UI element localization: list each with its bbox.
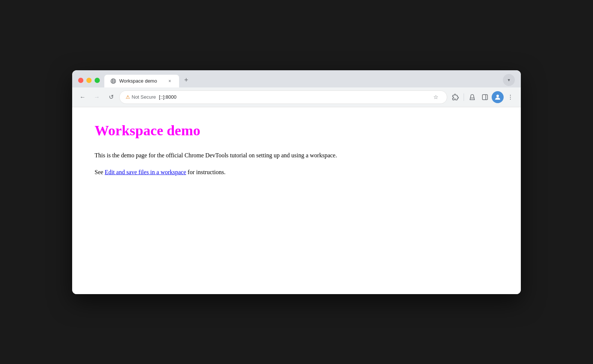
reload-button[interactable]: ↺ (105, 91, 117, 103)
address-bar-icons: ☆ (430, 92, 441, 102)
svg-point-8 (510, 95, 511, 95)
workspace-link[interactable]: Edit and save files in a workspace (105, 169, 186, 175)
not-secure-badge: ⚠ Not Secure (126, 94, 156, 100)
page-content: Workspace demo This is the demo page for… (72, 107, 521, 294)
globe-icon (110, 78, 116, 84)
back-button[interactable]: ← (77, 91, 89, 103)
traffic-light-close[interactable] (78, 78, 83, 83)
title-bar: Workspace demo × + ▾ (72, 70, 521, 87)
extensions-button[interactable] (449, 91, 461, 103)
chevron-down-icon: ▾ (508, 77, 510, 83)
tab-close-button[interactable]: × (166, 78, 173, 84)
sidebar-icon (482, 94, 488, 101)
tab-dropdown-button[interactable]: ▾ (503, 74, 515, 86)
page-heading: Workspace demo (95, 122, 498, 139)
traffic-lights (77, 78, 104, 87)
browser-window: Workspace demo × + ▾ ← → ↺ ⚠ Not Secure … (72, 70, 521, 294)
active-tab[interactable]: Workspace demo × (104, 75, 179, 87)
tabs-area: Workspace demo × + ▾ (104, 74, 516, 87)
traffic-light-minimize[interactable] (86, 78, 92, 83)
paragraph-2-suffix: for instructions. (186, 169, 225, 175)
traffic-light-maximize[interactable] (95, 78, 100, 83)
nav-right-icons (449, 91, 516, 103)
svg-rect-5 (482, 95, 488, 100)
paragraph-2-prefix: See (95, 169, 105, 175)
profile-button[interactable] (492, 91, 504, 103)
paragraph-2: See Edit and save files in a workspace f… (95, 167, 498, 177)
lab-button[interactable] (466, 91, 478, 103)
paragraph-1: This is the demo page for the official C… (95, 151, 498, 160)
address-bar[interactable]: ⚠ Not Secure [::]:8000 ☆ (119, 90, 447, 104)
svg-point-7 (497, 95, 499, 97)
svg-point-10 (510, 99, 511, 99)
svg-point-9 (510, 96, 511, 97)
navigation-bar: ← → ↺ ⚠ Not Secure [::]:8000 ☆ (72, 87, 521, 107)
url-text: [::]:8000 (159, 94, 427, 100)
not-secure-text: Not Secure (132, 94, 156, 100)
warning-icon: ⚠ (126, 94, 130, 100)
new-tab-button[interactable]: + (181, 75, 192, 86)
more-button[interactable] (504, 91, 516, 103)
kebab-icon (507, 94, 514, 101)
flask-icon (469, 94, 476, 101)
avatar-icon (494, 93, 501, 101)
forward-button[interactable]: → (91, 91, 103, 103)
bookmark-icon[interactable]: ☆ (430, 92, 441, 102)
tab-title-text: Workspace demo (119, 78, 163, 84)
sidebar-button[interactable] (479, 91, 491, 103)
puzzle-icon (452, 94, 459, 101)
divider (464, 93, 464, 101)
